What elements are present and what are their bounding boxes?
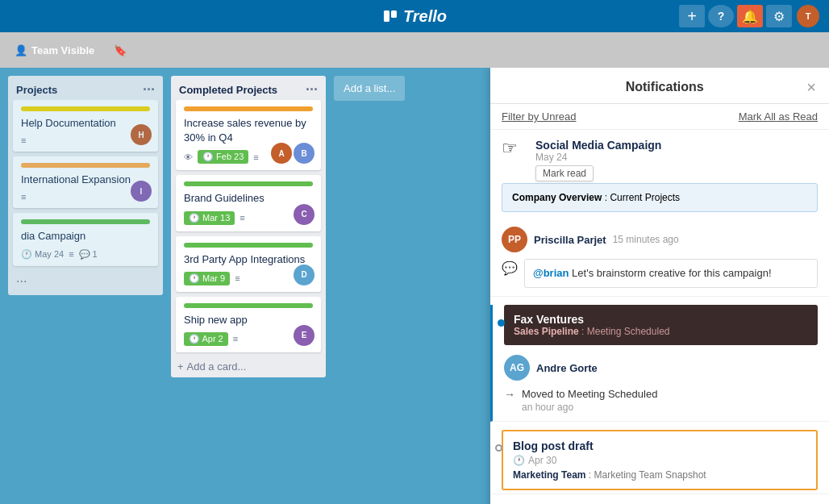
card-avatar: I — [131, 181, 152, 202]
list-completed-title: Completed Projects — [179, 84, 277, 96]
user-avatar: T — [797, 5, 819, 27]
card-badge-comment: 💬 1 — [79, 249, 98, 260]
card-avatars: A B — [271, 143, 315, 164]
notification-fax-ventures: Fax Ventures Sales Pipeline : Meeting Sc… — [490, 305, 829, 422]
notification-social-media: ☞ Social Media Campaign May 24 Mark read… — [490, 130, 829, 297]
card-badge-lines: ≡ — [69, 249, 73, 259]
card-avatars: I — [131, 181, 152, 202]
notif-1-card-date: May 24 — [535, 152, 661, 163]
notif-1-top: ☞ Social Media Campaign May 24 — [490, 130, 829, 164]
notif-1-cursor-area: ☞ — [502, 138, 527, 164]
card-badge-due: 🕐 Mar 9 — [184, 272, 230, 285]
board-name-item[interactable]: 👤 Team Visible — [8, 41, 101, 60]
list-projects-cards: Help Documentation ≡ H International Exp… — [8, 100, 163, 271]
notif-1-card-name: Social Media Campaign — [535, 139, 661, 152]
add-card-label: Add a card... — [187, 360, 247, 373]
mark-all-read-link[interactable]: Mark All as Read — [739, 110, 818, 123]
notifications-header: Notifications × — [490, 68, 829, 104]
notif-1-comment: 💬 @brian Let's brainstorm creative for t… — [490, 256, 829, 296]
notifications-body: ☞ Social Media Campaign May 24 Mark read… — [490, 130, 829, 504]
mark-read-area: Mark read — [490, 164, 829, 183]
list-completed-menu[interactable]: ··· — [306, 82, 318, 97]
list-projects-title: Projects — [16, 84, 57, 96]
notif-3-date: Apr 30 — [528, 455, 556, 466]
list-overflow: ··· — [8, 271, 163, 295]
svg-rect-2 — [391, 10, 397, 18]
notif-2-user-row: AG Andre Gorte — [493, 348, 829, 384]
card-help-documentation[interactable]: Help Documentation ≡ H — [13, 100, 158, 152]
notif-1-board-section: Current Projects — [610, 192, 680, 203]
notifications-filter-bar: Filter by Unread Mark All as Read — [490, 104, 829, 130]
user-avatar-button[interactable]: T — [795, 5, 821, 27]
card-ship-new-app[interactable]: Ship new app 🕐 Apr 2 ≡ E — [176, 297, 321, 352]
add-list-button[interactable]: Add a list... — [334, 76, 405, 101]
notifications-close-button[interactable]: × — [806, 79, 816, 95]
card-avatars: H — [131, 124, 152, 145]
notif-1-user-time: 15 minutes ago — [613, 234, 679, 245]
card-title: dia Campaign — [21, 229, 150, 244]
board-name-label: Team Visible — [31, 44, 94, 56]
topbar: Trello + ? 🔔 ⚙ T — [0, 0, 829, 32]
notif-2-move-text: Moved to Meeting Scheduled — [522, 387, 657, 402]
card-badge-lines: ≡ — [235, 273, 240, 283]
notif-1-card-info: Social Media Campaign May 24 — [535, 139, 661, 163]
card-increase-sales[interactable]: Increase sales revenue by 30% in Q4 👁 🕐 … — [176, 100, 321, 170]
card-badge-clock: 🕐 May 24 — [21, 249, 64, 260]
bookmark-button[interactable]: 🔖 — [107, 41, 133, 60]
mark-read-label[interactable]: Mark read — [535, 165, 594, 181]
notif-1-board-info: Company Overview : Current Projects — [512, 192, 807, 203]
notification-blog-post: Blog post draft 🕐 Apr 30 Marketing Team … — [490, 430, 829, 494]
bookmark-icon: 🔖 — [114, 44, 127, 56]
card-avatars: E — [294, 325, 315, 346]
svg-rect-1 — [384, 10, 390, 22]
comment-icon: 💬 — [502, 260, 518, 288]
notif-1-mention: @brian — [533, 267, 569, 279]
card-avatars: C — [294, 204, 315, 225]
card-international-expansion[interactable]: International Expansion ≡ I — [13, 156, 158, 208]
add-card-button[interactable]: + Add a card... — [171, 357, 326, 377]
notifications-bell-button[interactable]: 🔔 — [737, 5, 763, 27]
card-label-green — [21, 219, 150, 224]
notif-1-user-avatar: PP — [502, 227, 527, 252]
card-label — [184, 303, 313, 308]
notif-2-user-name: Andre Gorte — [536, 362, 598, 374]
notif-2-move: → Moved to Meeting Scheduled an hour ago — [493, 384, 829, 421]
card-brand-guidelines[interactable]: Brand Guidelines 🕐 Mar 13 ≡ C — [176, 175, 321, 231]
notif-3-card-date: 🕐 Apr 30 — [513, 455, 806, 466]
list-projects-menu[interactable]: ··· — [143, 82, 155, 97]
help-button[interactable]: ? — [708, 5, 734, 27]
notifications-panel: Notifications × Filter by Unread Mark Al… — [490, 68, 829, 504]
notif-2-move-time: an hour ago — [522, 402, 657, 413]
card-badge-lines: ≡ — [240, 213, 244, 223]
notif-1-user-row: PP Priscilla Parjet 15 minutes ago — [490, 220, 829, 256]
topbar-right: + ? 🔔 ⚙ T — [679, 5, 821, 27]
card-avatar: E — [294, 325, 315, 346]
filter-unread-link[interactable]: Filter by Unread — [502, 110, 576, 123]
notif-3-board-name: Marketing Team — [513, 469, 585, 481]
notif-2-card-box: Fax Ventures Sales Pipeline : Meeting Sc… — [504, 305, 818, 345]
card-avatars: D — [294, 264, 315, 285]
notif-2-board-sep: : — [581, 326, 587, 337]
card-3rd-party[interactable]: 3rd Party App Integrations 🕐 Mar 9 ≡ D — [176, 236, 321, 292]
card-badge-lines: ≡ — [233, 334, 238, 344]
notif-1-board-name: Company Overview — [512, 192, 602, 203]
add-icon: + — [177, 360, 184, 373]
notif-3-board-info: Marketing Team : Marketing Team Snapshot — [513, 469, 806, 481]
card-dia-campaign[interactable]: dia Campaign 🕐 May 24 ≡ 💬 1 — [13, 213, 158, 265]
notif-2-board-info: Sales Pipeline : Meeting Scheduled — [514, 326, 808, 337]
card-avatar: D — [294, 264, 315, 285]
settings-button[interactable]: ⚙ — [766, 5, 792, 27]
topbar-logo: Trello — [382, 7, 447, 26]
notifications-title: Notifications — [523, 80, 806, 94]
add-button[interactable]: + — [679, 5, 705, 27]
notif-1-comment-text: @brian Let's brainstorm creative for thi… — [524, 259, 818, 288]
notif-2-move-details: Moved to Meeting Scheduled an hour ago — [522, 387, 657, 413]
card-avatar: A — [271, 143, 292, 164]
card-badge-lines: ≡ — [253, 152, 258, 162]
add-list-label: Add a list... — [344, 82, 395, 94]
card-avatar: H — [131, 124, 152, 145]
card-label — [184, 181, 313, 186]
cursor-hand-icon[interactable]: ☞ — [502, 138, 518, 158]
list-completed-cards: Increase sales revenue by 30% in Q4 👁 🕐 … — [171, 100, 326, 357]
list-completed-header: Completed Projects ··· — [171, 76, 326, 100]
